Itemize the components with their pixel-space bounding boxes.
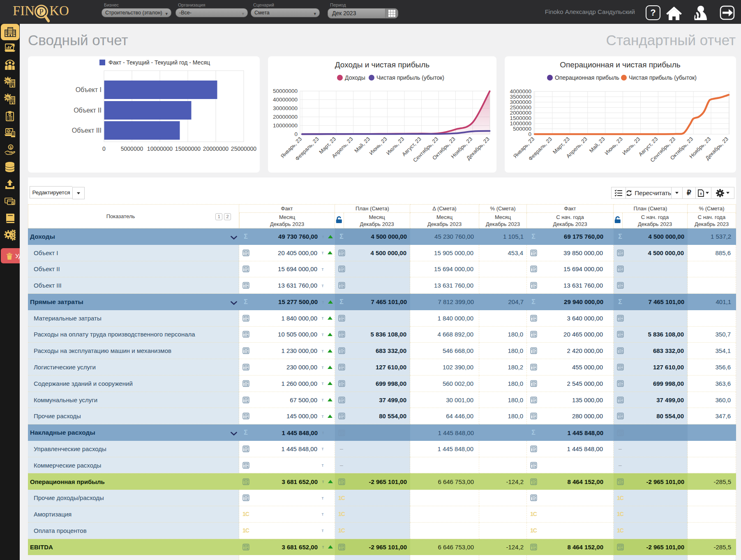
svg-text:20000000: 20000000 (273, 114, 298, 120)
svg-text:Операционная и чистая прибыль: Операционная и чистая прибыль (560, 60, 681, 69)
svg-text:Доходы: Доходы (345, 74, 365, 81)
svg-text:15000000: 15000000 (175, 145, 201, 152)
svg-text:20000000: 20000000 (203, 145, 229, 152)
svg-text:0: 0 (102, 145, 106, 152)
svg-text:$: $ (9, 145, 12, 150)
svg-text:30000000: 30000000 (273, 105, 298, 111)
svg-text:Май, 23: Май, 23 (588, 136, 606, 154)
svg-text:10000000: 10000000 (273, 122, 298, 129)
svg-text:Объект I: Объект I (76, 86, 102, 93)
svg-text:%: % (6, 79, 9, 83)
svg-text:Объект III: Объект III (72, 127, 102, 134)
svg-text:Чистая прибыль (убыток): Чистая прибыль (убыток) (376, 74, 444, 81)
svg-text:$: $ (12, 202, 14, 205)
svg-text:Доходы и чистая прибыль: Доходы и чистая прибыль (335, 60, 430, 69)
svg-text:Р: Р (39, 7, 44, 16)
svg-text:0: 0 (294, 131, 298, 137)
svg-text:10000000: 10000000 (147, 145, 173, 152)
svg-text:5000000: 5000000 (121, 145, 143, 152)
svg-text:Чистая прибыль (убыток): Чистая прибыль (убыток) (629, 74, 697, 81)
svg-text:x: x (700, 191, 702, 196)
svg-text:25000000: 25000000 (231, 145, 257, 152)
svg-text:Июнь, 23: Июнь, 23 (603, 136, 623, 156)
svg-text:Факт - Текущий - Текущий год -: Факт - Текущий - Текущий год - Месяц (108, 59, 210, 66)
svg-text:Июнь, 23: Июнь, 23 (368, 136, 388, 156)
svg-text:Операционная прибыль: Операционная прибыль (555, 74, 619, 81)
svg-text:40000000: 40000000 (273, 97, 298, 103)
svg-text:Объект II: Объект II (74, 107, 102, 114)
svg-text:%: % (6, 96, 9, 100)
svg-text:50000000: 50000000 (273, 88, 298, 94)
